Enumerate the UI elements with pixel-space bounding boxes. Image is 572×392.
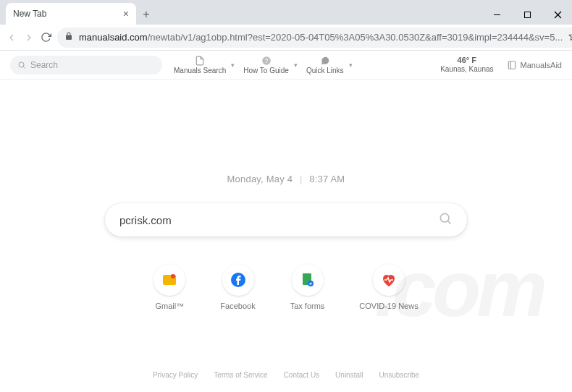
footer-uninstall[interactable]: Uninstall <box>335 371 363 379</box>
gmail-icon <box>153 264 185 296</box>
quick-tiles: Gmail™ Facebook Tax forms COVID-19 News <box>153 264 418 310</box>
tile-tax-forms[interactable]: Tax forms <box>290 264 325 310</box>
weather-widget[interactable]: 46° F Kaunas, Kaunas <box>440 56 493 74</box>
ext-menu: Manuals Search ▾ ? How To Guide ▾ Quick … <box>174 55 344 74</box>
forward-button[interactable] <box>23 29 35 46</box>
svg-line-9 <box>23 67 25 68</box>
footer-contact[interactable]: Contact Us <box>284 371 319 379</box>
window-controls <box>487 4 568 25</box>
ext-search-box[interactable]: Search <box>10 56 162 74</box>
browser-toolbar: manualsaid.com/newtab/v1/ag1obp.html?est… <box>0 25 572 51</box>
url-text: manualsaid.com/newtab/v1/ag1obp.html?est… <box>79 32 563 43</box>
chevron-down-icon: ▾ <box>231 61 235 69</box>
minimize-button[interactable] <box>487 4 507 25</box>
brand-icon <box>507 60 517 70</box>
chevron-down-icon: ▾ <box>294 61 298 69</box>
address-bar[interactable]: manualsaid.com/newtab/v1/ag1obp.html?est… <box>57 27 572 48</box>
window-titlebar: New Tab × + <box>0 0 572 25</box>
datetime-display: Monday, May 4 | 8:37 AM <box>227 174 345 184</box>
ext-menu-manuals-search[interactable]: Manuals Search ▾ <box>174 55 226 74</box>
question-icon: ? <box>261 55 272 67</box>
close-tab-icon[interactable]: × <box>123 8 129 20</box>
reload-button[interactable] <box>41 29 51 46</box>
footer-unsubscribe[interactable]: Unsubscribe <box>379 371 419 379</box>
page-content: .com Monday, May 4 | 8:37 AM Gmail™ Face… <box>0 80 572 392</box>
svg-point-8 <box>19 62 24 67</box>
footer-terms[interactable]: Terms of Service <box>214 371 267 379</box>
new-tab-button[interactable]: + <box>136 4 156 25</box>
ext-menu-quick-links[interactable]: Quick Links ▾ <box>306 55 344 74</box>
browser-tab[interactable]: New Tab × <box>6 3 136 25</box>
maximize-button[interactable] <box>517 4 537 25</box>
ext-search-placeholder: Search <box>30 60 58 70</box>
lock-icon <box>64 32 73 43</box>
weather-location: Kaunas, Kaunas <box>440 65 493 74</box>
brand-label[interactable]: ManualsAid <box>507 60 562 70</box>
document-icon <box>195 55 205 67</box>
search-icon <box>17 61 26 69</box>
footer-privacy[interactable]: Privacy Policy <box>153 371 198 379</box>
time-text: 8:37 AM <box>309 174 345 184</box>
svg-rect-12 <box>508 61 515 69</box>
tile-covid-news[interactable]: COVID-19 News <box>359 264 418 310</box>
extension-toolbar: Search Manuals Search ▾ ? How To Guide ▾… <box>0 51 572 80</box>
weather-temp: 46° F <box>440 56 493 65</box>
chat-icon <box>320 55 330 67</box>
bookmark-star-icon[interactable] <box>568 31 572 43</box>
svg-point-17 <box>171 274 175 278</box>
footer-links: Privacy Policy Terms of Service Contact … <box>0 371 572 379</box>
svg-marker-4 <box>569 32 572 40</box>
svg-text:?: ? <box>264 58 268 64</box>
close-window-button[interactable] <box>547 4 568 25</box>
main-search-box[interactable] <box>105 203 467 237</box>
tile-gmail[interactable]: Gmail™ <box>153 264 185 310</box>
main-search-input[interactable] <box>119 214 438 226</box>
svg-line-15 <box>448 221 451 224</box>
chevron-down-icon: ▾ <box>349 61 353 69</box>
ext-menu-how-to-guide[interactable]: ? How To Guide ▾ <box>243 55 289 74</box>
tab-title: New Tab <box>13 9 46 19</box>
date-text: Monday, May 4 <box>227 174 293 184</box>
heart-pulse-icon <box>373 264 405 296</box>
document-check-icon <box>292 264 324 296</box>
search-icon[interactable] <box>438 211 453 229</box>
tile-facebook[interactable]: Facebook <box>220 264 255 310</box>
back-button[interactable] <box>6 29 17 46</box>
svg-point-14 <box>440 213 449 222</box>
svg-rect-1 <box>524 12 530 17</box>
facebook-icon <box>222 264 254 296</box>
